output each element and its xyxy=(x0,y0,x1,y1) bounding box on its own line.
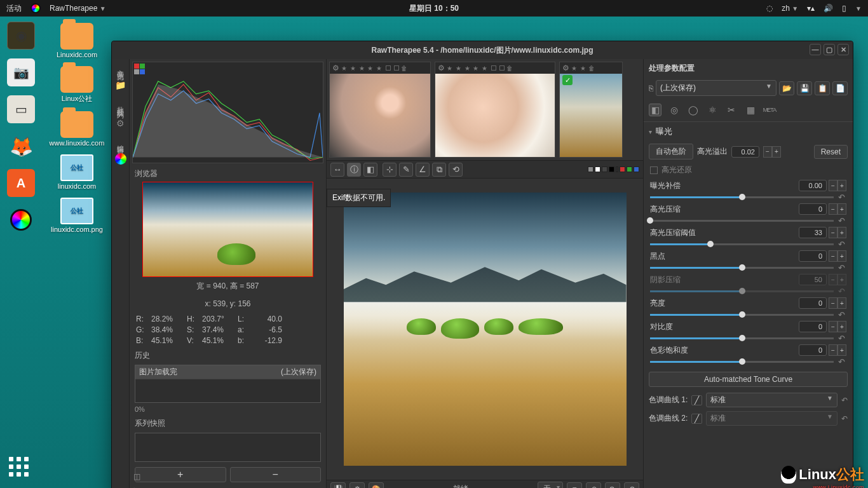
slider-track[interactable]: ↶ xyxy=(650,240,846,248)
colorb-picker-button[interactable]: ✎ xyxy=(399,163,413,177)
clock[interactable]: 星期日 10：50 xyxy=(409,3,459,14)
tone-curve2-mode[interactable]: 标准▼ xyxy=(706,411,837,426)
undo-icon[interactable]: ↶ xyxy=(836,193,846,202)
trash-icon[interactable]: 🗑 xyxy=(588,65,595,72)
desktop-image[interactable]: 公社linuxidc.com.png xyxy=(51,198,103,233)
histogram[interactable] xyxy=(132,62,323,163)
dock-item-rawtherapee[interactable] xyxy=(7,206,35,234)
plus-button[interactable]: + xyxy=(837,227,846,238)
minus-button[interactable]: − xyxy=(829,321,837,332)
slider-value[interactable]: 0 xyxy=(799,321,827,332)
save-button[interactable]: 💾 xyxy=(330,482,346,489)
rotate-left-button[interactable]: ⟲ xyxy=(586,482,601,489)
plus-button[interactable]: + xyxy=(837,180,846,191)
plus-button[interactable]: + xyxy=(837,274,846,285)
advanced-tab-icon[interactable]: ⚛ xyxy=(706,104,719,116)
tone-curve1-mode[interactable]: 标准▼ xyxy=(706,393,837,407)
undo-icon[interactable]: ↶ xyxy=(836,287,846,296)
show-applications-button[interactable] xyxy=(9,457,29,477)
minus-button[interactable]: − xyxy=(829,344,837,356)
transform-tab-icon[interactable]: ✂ xyxy=(725,104,738,116)
straighten-button[interactable]: ∠ xyxy=(416,163,430,177)
slider-value[interactable]: 0 xyxy=(799,203,827,215)
trash-icon[interactable]: 🗑 xyxy=(401,65,407,72)
reset-button[interactable]: Reset xyxy=(814,145,848,159)
slider-value[interactable]: 50 xyxy=(799,274,827,285)
slider-track[interactable]: ↶ xyxy=(650,263,846,272)
slider-value[interactable]: 0 xyxy=(799,297,827,309)
external-editor-button[interactable]: 🎨 xyxy=(369,482,384,489)
plus-button[interactable]: + xyxy=(837,250,846,262)
close-button[interactable]: ✕ xyxy=(837,44,849,55)
trash-icon[interactable]: 🗑 xyxy=(506,65,513,72)
undo-icon[interactable]: ↶ xyxy=(836,240,846,249)
meta-tab-icon[interactable]: META xyxy=(763,104,776,116)
gear-icon[interactable]: ⚙ xyxy=(562,64,569,72)
dock-item-1[interactable]: ◉ xyxy=(7,22,35,50)
background-mode-select[interactable]: 无 xyxy=(538,482,563,488)
before-after-button[interactable]: ◧ xyxy=(363,163,377,177)
filmstrip-thumb[interactable]: ⚙★ ★ ★ ★ ★🗑 xyxy=(435,62,555,158)
rotate-button[interactable]: ⟲ xyxy=(449,163,463,177)
slider-track[interactable]: ↶ xyxy=(650,334,846,342)
curve-type-icon[interactable]: ╱ xyxy=(691,395,702,405)
slider-value[interactable]: 33 xyxy=(799,227,827,238)
profile-save-button[interactable]: 💾 xyxy=(797,81,812,95)
color-mgmt-button[interactable]: ≡ xyxy=(567,482,582,489)
plus-button[interactable]: + xyxy=(772,146,781,158)
minus-button[interactable]: − xyxy=(829,227,837,238)
minus-button[interactable]: − xyxy=(829,180,837,191)
battery-icon[interactable]: ▯ xyxy=(842,4,846,13)
undo-icon[interactable]: ↶ xyxy=(836,216,846,226)
exposure-tab-icon[interactable]: ◧ xyxy=(649,104,661,116)
desktop-folder[interactable]: Linuxidc.com xyxy=(57,23,97,58)
volume-icon[interactable]: 🔊 xyxy=(824,4,833,13)
slider-value[interactable]: 0 xyxy=(799,344,827,356)
preview-canvas[interactable]: Exif数据不可用. xyxy=(327,179,643,480)
exposure-section-header[interactable]: 曝光 xyxy=(644,122,853,141)
slider-track[interactable]: ↶ xyxy=(650,216,846,225)
desktop-image[interactable]: 公社linuxidc.com xyxy=(58,154,97,190)
plus-button[interactable]: + xyxy=(837,297,846,309)
undo-icon[interactable]: ↶ xyxy=(836,263,846,273)
history-list[interactable]: 图片加载完(上次保存) xyxy=(135,365,321,403)
sync-button[interactable]: ↶ xyxy=(624,482,639,489)
snapshots-box[interactable] xyxy=(135,433,321,462)
profile-mode-icon[interactable]: ⎘ xyxy=(649,84,653,93)
activities-button[interactable]: 活动 xyxy=(6,3,22,14)
dock-item-firefox[interactable]: 🦊 xyxy=(7,132,35,160)
color-tab-icon[interactable]: ◯ xyxy=(687,104,700,116)
undo-icon[interactable]: ↶ xyxy=(841,396,848,405)
crop-button[interactable]: ⧉ xyxy=(432,163,446,177)
minus-button[interactable]: − xyxy=(829,274,837,285)
queue-button[interactable]: ⚙ xyxy=(349,482,365,489)
folder-icon[interactable]: 📁 xyxy=(115,79,126,91)
profile-selector[interactable]: (上次保存)▼ xyxy=(656,80,776,96)
profile-copy-button[interactable]: 📋 xyxy=(815,81,830,95)
auto-levels-button[interactable]: 自动色阶 xyxy=(649,144,693,159)
hl-recon-checkbox[interactable] xyxy=(650,166,658,174)
slider-value[interactable]: 0 xyxy=(799,250,827,262)
filmstrip-thumb-active[interactable]: ⚙★ ★🗑 ✓ xyxy=(559,62,623,158)
info-button[interactable]: ⓘ xyxy=(347,163,361,177)
rotate-right-button[interactable]: ⟳ xyxy=(605,482,620,489)
navigator-thumbnail[interactable] xyxy=(142,182,313,277)
minus-button[interactable]: − xyxy=(829,297,837,309)
profile-paste-button[interactable]: 📄 xyxy=(832,81,848,95)
wifi-icon[interactable]: ▾▴ xyxy=(807,4,815,13)
undo-icon[interactable]: ↶ xyxy=(836,310,846,320)
profile-load-button[interactable]: 📂 xyxy=(779,81,794,95)
plus-button[interactable]: + xyxy=(837,321,846,332)
curve-type-icon[interactable]: ╱ xyxy=(691,414,702,424)
hand-tool-button[interactable]: ↔ xyxy=(330,163,344,177)
slider-value[interactable]: 0.00 xyxy=(799,180,827,191)
raiseraw-tab-icon[interactable]: ▦ xyxy=(744,104,757,116)
tab-file-browser[interactable]: 文件浏览 xyxy=(116,64,125,69)
plus-button[interactable]: + xyxy=(837,344,846,356)
ime-indicator[interactable]: zh ▼ xyxy=(782,4,798,13)
undo-icon[interactable]: ↶ xyxy=(836,357,846,367)
softproof-swatches[interactable] xyxy=(588,166,639,172)
undo-icon[interactable]: ↶ xyxy=(841,414,848,423)
desktop-folder[interactable]: www.linuxidc.com xyxy=(50,111,105,147)
app-indicator-icon[interactable] xyxy=(31,3,41,13)
